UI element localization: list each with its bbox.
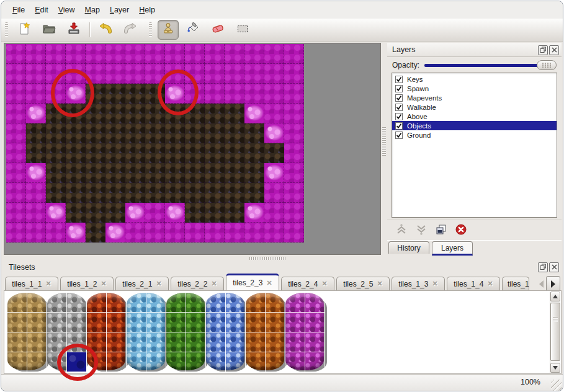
map-tile[interactable]	[284, 183, 304, 203]
layer-visibility-checkbox[interactable]	[395, 94, 403, 102]
map-tile[interactable]	[26, 203, 46, 223]
map-tile[interactable]	[145, 163, 165, 183]
map-tile[interactable]	[125, 44, 145, 64]
tileset-tab-tiles_1_4[interactable]: tiles_1_4✕	[447, 277, 500, 290]
map-tile[interactable]	[105, 104, 125, 123]
tab-close-icon[interactable]: ✕	[487, 280, 493, 288]
map-tile[interactable]	[264, 203, 284, 223]
map-tile[interactable]	[205, 64, 225, 84]
map-tile[interactable]	[264, 123, 284, 143]
tab-close-icon[interactable]: ✕	[266, 279, 272, 287]
map-tile[interactable]	[225, 123, 244, 143]
opacity-slider-handle[interactable]	[537, 60, 557, 70]
map-tile[interactable]	[264, 163, 284, 183]
map-tile[interactable]	[145, 203, 165, 223]
map-tile[interactable]	[225, 223, 244, 243]
menu-map[interactable]: Map	[80, 4, 105, 16]
dock-tab-layers[interactable]: Layers	[432, 241, 473, 256]
tab-close-icon[interactable]: ✕	[101, 280, 106, 288]
window-resize-grip[interactable]	[551, 380, 562, 391]
map-tile[interactable]	[105, 44, 125, 64]
map-tile[interactable]	[244, 104, 264, 123]
map-tile[interactable]	[6, 44, 26, 64]
tab-close-icon[interactable]: ✕	[432, 280, 437, 288]
map-tile[interactable]	[145, 44, 165, 64]
map-tile[interactable]	[244, 64, 264, 84]
map-tile[interactable]	[205, 104, 225, 123]
map-tile[interactable]	[225, 183, 244, 203]
tileset-tab-tiles_2_2[interactable]: tiles_2_2✕	[171, 277, 224, 290]
map-tile[interactable]	[165, 143, 185, 163]
map-tile[interactable]	[185, 44, 205, 64]
scroll-down-button[interactable]	[550, 363, 560, 373]
map-tile[interactable]	[185, 123, 205, 143]
map-tile[interactable]	[185, 203, 205, 223]
map-tile[interactable]	[185, 183, 205, 203]
tab-close-icon[interactable]: ✕	[45, 280, 51, 288]
map-tile[interactable]	[26, 143, 46, 163]
tab-close-icon[interactable]: ✕	[211, 280, 217, 288]
map-tile[interactable]	[26, 183, 46, 203]
map-tile[interactable]	[6, 143, 26, 163]
map-tile[interactable]	[105, 203, 125, 223]
map-tile[interactable]	[185, 163, 205, 183]
map-tile[interactable]	[66, 203, 86, 223]
map-tile[interactable]	[284, 203, 304, 223]
map-tile[interactable]	[86, 223, 105, 243]
map-tile[interactable]	[105, 64, 125, 84]
layer-visibility-checkbox[interactable]	[395, 131, 403, 139]
map-tile[interactable]	[264, 44, 284, 64]
map-tile[interactable]	[105, 123, 125, 143]
map-tile[interactable]	[244, 183, 264, 203]
map-tile[interactable]	[6, 104, 26, 123]
map-tile[interactable]	[46, 143, 66, 163]
scrollbar-thumb[interactable]	[550, 303, 560, 361]
layer-visibility-checkbox[interactable]	[395, 104, 403, 111]
map-tile[interactable]	[225, 203, 244, 223]
map-tile[interactable]	[46, 44, 66, 64]
map-tile[interactable]	[165, 123, 185, 143]
tab-close-icon[interactable]: ✕	[377, 280, 382, 288]
map-tile[interactable]	[225, 104, 244, 123]
map-tile[interactable]	[244, 163, 264, 183]
map-tile[interactable]	[86, 143, 105, 163]
tileset-tab-tiles_1_2[interactable]: tiles_1_2✕	[60, 277, 114, 290]
map-tile[interactable]	[26, 223, 46, 243]
map-tile[interactable]	[105, 223, 125, 243]
map-tile[interactable]	[185, 223, 205, 243]
map-tile[interactable]	[6, 223, 26, 243]
map-tile[interactable]	[244, 84, 264, 104]
map-tile[interactable]	[244, 123, 264, 143]
map-tile[interactable]	[66, 223, 86, 243]
tab-close-icon[interactable]: ✕	[321, 280, 327, 288]
map-tile[interactable]	[6, 183, 26, 203]
map-tile[interactable]	[66, 44, 86, 64]
map-tile[interactable]	[205, 203, 225, 223]
map-tile[interactable]	[225, 44, 244, 64]
map-tile[interactable]	[6, 84, 26, 104]
map-tile[interactable]	[145, 123, 165, 143]
map-tile[interactable]	[125, 123, 145, 143]
layer-visibility-checkbox[interactable]	[395, 85, 403, 92]
map-tile[interactable]	[244, 44, 264, 64]
map-tile[interactable]	[46, 183, 66, 203]
close-panel-button[interactable]	[549, 45, 559, 55]
map-tile[interactable]	[205, 163, 225, 183]
map-tile[interactable]	[125, 64, 145, 84]
map-tile[interactable]	[26, 44, 46, 64]
map-tile[interactable]	[145, 223, 165, 243]
map-tile[interactable]	[264, 84, 284, 104]
map-tile[interactable]	[205, 44, 225, 64]
tileset-view[interactable]	[4, 290, 562, 374]
eraser-tool-button[interactable]	[207, 20, 228, 40]
map-tile[interactable]	[264, 64, 284, 84]
float-panel-button[interactable]	[538, 262, 548, 272]
map-tile[interactable]	[125, 203, 145, 223]
map-tile[interactable]	[225, 143, 244, 163]
map-tile[interactable]	[125, 143, 145, 163]
map-tile[interactable]	[46, 123, 66, 143]
map-tile[interactable]	[46, 163, 66, 183]
tileset-tab-tiles_1_[interactable]: tiles_1_	[502, 277, 529, 290]
open-file-button[interactable]	[38, 20, 60, 40]
stamp-tool-button[interactable]	[158, 20, 179, 40]
